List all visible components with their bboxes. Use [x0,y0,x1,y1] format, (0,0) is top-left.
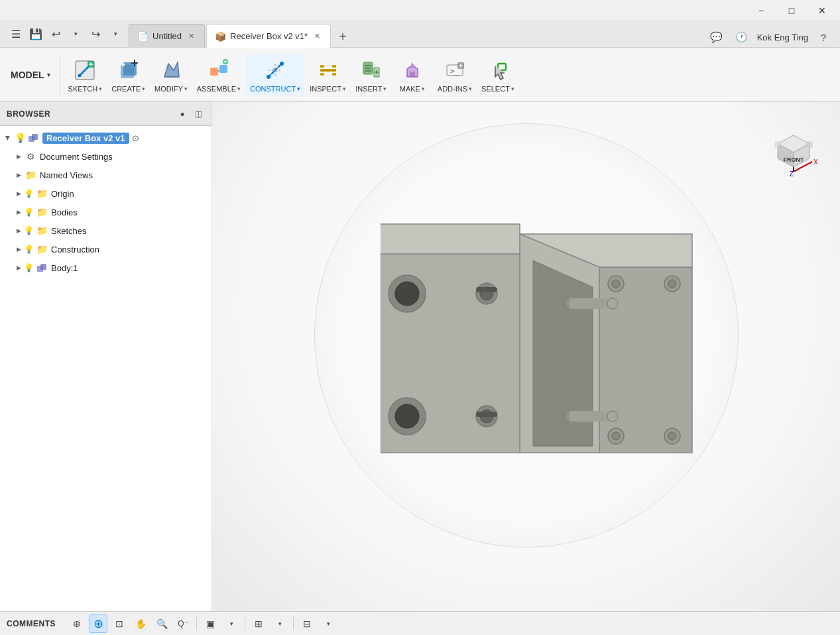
tree-item-sketches[interactable]: ▶ 💡 📁 Sketches [0,221,211,240]
construction-label: Construction [51,245,99,255]
root-bulb-icon: 💡 [13,131,27,144]
model-dropdown[interactable]: MODEL ▾ [5,67,56,83]
doc-settings-expand[interactable]: ▶ [13,151,24,162]
svg-point-60 [612,432,620,440]
user-name: Kok Eng Ting [757,32,808,42]
status-separator-2 [245,617,245,630]
bodies-folder-icon: 📁 [35,205,48,219]
status-view-dropdown[interactable]: ▾ [319,614,337,633]
svg-line-15 [218,69,219,72]
sketches-eye-icon: 💡 [24,226,34,235]
svg-point-2 [78,74,82,77]
svg-rect-28 [320,73,324,76]
undo-button[interactable]: ↩ [46,25,65,43]
tree-item-document-settings[interactable]: ▶ ⚙ Document Settings [0,147,211,166]
sketches-folder-icon: 📁 [35,224,48,237]
3d-model [381,174,745,539]
redo-button[interactable]: ↪ [86,25,105,43]
status-display-dropdown[interactable]: ▾ [222,614,241,633]
sketch-tool[interactable]: SKETCH ▾ [64,54,107,95]
viewport[interactable]: Z X FRONT [212,102,840,611]
svg-rect-46 [32,134,38,140]
notifications-button[interactable]: 💬 [707,27,727,47]
modify-tool[interactable]: MODIFY ▾ [150,54,192,95]
root-expand-icon[interactable]: ▶ [3,133,13,143]
history-button[interactable]: 🕐 [732,27,752,47]
construction-folder-icon: 📁 [35,243,48,256]
sketches-expand[interactable]: ▶ [13,225,24,236]
minimize-button[interactable]: − [746,0,776,21]
status-pan-btn[interactable]: ✋ [131,614,150,633]
svg-point-63 [607,298,618,309]
tab-receiver-box[interactable]: 📦 Receiver Box v2 v1* ✕ [206,24,331,48]
help-button[interactable]: ? [813,27,833,47]
create-tool[interactable]: CREATE ▾ [107,54,149,95]
tree-item-construction[interactable]: ▶ 💡 📁 Construction [0,240,211,259]
browser-resize-btn[interactable]: ◫ [192,107,205,121]
status-grid-btn[interactable]: ⊞ [249,614,268,633]
status-separator-1 [196,617,197,630]
app-menu-button[interactable]: ☰ [7,25,25,43]
status-move-btn[interactable]: ⊕ [89,614,107,633]
browser-collapse-btn[interactable]: ● [176,107,189,121]
modify-arrow: ▾ [184,86,188,92]
svg-rect-26 [320,65,324,68]
svg-point-21 [280,62,284,66]
inspect-arrow: ▾ [343,86,346,92]
inspect-tool[interactable]: INSPECT ▾ [306,54,350,95]
assemble-tool[interactable]: ASSEMBLE ▾ [193,54,245,95]
origin-expand[interactable]: ▶ [13,188,24,199]
sketch-arrow: ▾ [99,86,102,92]
status-display-btn[interactable]: ▣ [201,614,219,633]
bodies-expand[interactable]: ▶ [13,207,24,217]
tab-untitled-close[interactable]: ✕ [186,31,196,42]
tree-item-bodies[interactable]: ▶ 💡 📁 Bodies [0,203,211,221]
view-cube[interactable]: Z X FRONT [760,115,827,182]
status-grid-dropdown[interactable]: ▾ [270,614,289,633]
restore-button[interactable]: □ [776,0,807,21]
addins-tool[interactable]: >_ ADD-INS ▾ [434,54,476,95]
browser-header: BROWSER ● ◫ [0,102,211,126]
status-left: COMMENTS [7,619,56,628]
new-tab-button[interactable]: + [332,26,353,47]
status-zoom-out-btn[interactable]: Q⁻ [174,614,192,633]
insert-tool[interactable]: INSERT ▾ [351,54,391,95]
status-add-btn[interactable]: ⊕ [68,614,86,633]
svg-rect-37 [410,72,415,77]
named-views-expand[interactable]: ▶ [13,170,24,180]
tab-untitled[interactable]: 📄 Untitled ✕ [129,24,205,48]
origin-label: Origin [51,189,74,199]
svg-marker-49 [599,267,692,453]
body1-expand[interactable]: ▶ [13,262,24,273]
tree-item-named-views[interactable]: ▶ 📁 Named Views [0,166,211,184]
construct-tool[interactable]: CONSTRUCT ▾ [246,54,304,95]
named-views-label: Named Views [40,170,93,180]
select-tool[interactable]: SELECT ▾ [477,54,518,95]
status-zoom-in-btn[interactable]: 🔍 [152,614,171,633]
status-fit-btn[interactable]: ⊡ [110,614,129,633]
redo-dropdown[interactable]: ▾ [106,25,125,43]
construction-expand[interactable]: ▶ [13,244,24,255]
body1-icon [35,261,48,274]
tree-item-origin[interactable]: ▶ 💡 📁 Origin [0,184,211,203]
tab-receiver-close[interactable]: ✕ [312,31,322,42]
save-button[interactable]: 💾 [27,25,45,43]
tree-root[interactable]: ▶ 💡 Receiver Box v2 v1 ⊙ [0,129,211,147]
construction-eye-icon: 💡 [24,245,34,254]
tab-untitled-label: Untitled [152,31,182,41]
undo-dropdown[interactable]: ▾ [66,25,85,43]
construct-arrow: ▾ [297,86,300,92]
make-arrow: ▾ [422,86,425,92]
modify-icon [158,57,184,84]
svg-rect-8 [122,64,125,66]
close-button[interactable]: ✕ [807,0,837,21]
tree-item-body1[interactable]: ▶ 💡 Body:1 [0,259,211,277]
status-view-btn[interactable]: ⊟ [298,614,316,633]
insert-label: INSERT ▾ [355,85,387,93]
make-tool[interactable]: MAKE ▾ [392,54,432,95]
svg-point-56 [612,280,620,288]
browser-controls: ● ◫ [176,107,205,121]
svg-rect-62 [570,298,613,309]
create-arrow: ▾ [142,86,145,92]
sidebar: BROWSER ● ◫ ▶ 💡 Receiver Box v2 v1 ⊙ [0,102,212,611]
